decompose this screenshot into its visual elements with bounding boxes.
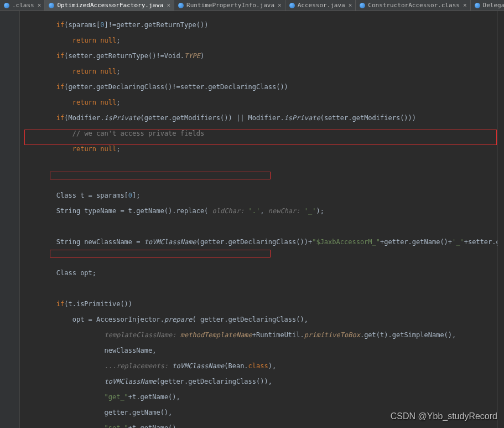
close-icon[interactable]: ×: [349, 2, 352, 9]
tab-delegating-constructor[interactable]: DelegatingConstructorAccessorIm: [471, 0, 504, 11]
tab-optimized-accessor-factory[interactable]: OptimizedAccessorFactory.java ×: [45, 0, 174, 11]
java-icon: [3, 2, 10, 9]
code-editor[interactable]: if(sparams[0]!=getter.getReturnType()) r…: [0, 11, 504, 428]
tab-runtime-property-info[interactable]: RuntimePropertyInfo.java ×: [174, 0, 285, 11]
class-icon: [359, 2, 366, 9]
close-icon[interactable]: ×: [463, 2, 467, 9]
tab-label: ConstructorAccessor.class: [368, 2, 460, 9]
code-area[interactable]: if(sparams[0]!=getter.getReturnType()) r…: [20, 11, 497, 428]
close-icon[interactable]: ×: [278, 2, 282, 9]
gutter: [0, 11, 20, 428]
close-icon[interactable]: ×: [167, 2, 170, 9]
tab-constructor-accessor[interactable]: ConstructorAccessor.class ×: [356, 0, 470, 11]
tab-label: DelegatingConstructorAccessorIm: [483, 2, 504, 9]
tab-class[interactable]: .class ×: [0, 0, 45, 11]
scroll-strip[interactable]: [497, 11, 504, 428]
tab-label: RuntimePropertyInfo.java: [186, 2, 274, 9]
tab-label: OptimizedAccessorFactory.java: [57, 2, 163, 9]
tab-label: Accessor.java: [298, 2, 345, 9]
editor-tabs: .class × OptimizedAccessorFactory.java ×…: [0, 0, 504, 11]
java-icon: [48, 2, 55, 9]
java-icon: [178, 2, 184, 9]
tab-label: .class: [12, 2, 34, 9]
class-icon: [474, 2, 481, 9]
watermark: CSDN @Ybb_studyRecord: [391, 411, 497, 421]
close-icon[interactable]: ×: [38, 2, 41, 9]
tab-accessor[interactable]: Accessor.java ×: [285, 0, 356, 11]
java-icon: [289, 2, 295, 9]
